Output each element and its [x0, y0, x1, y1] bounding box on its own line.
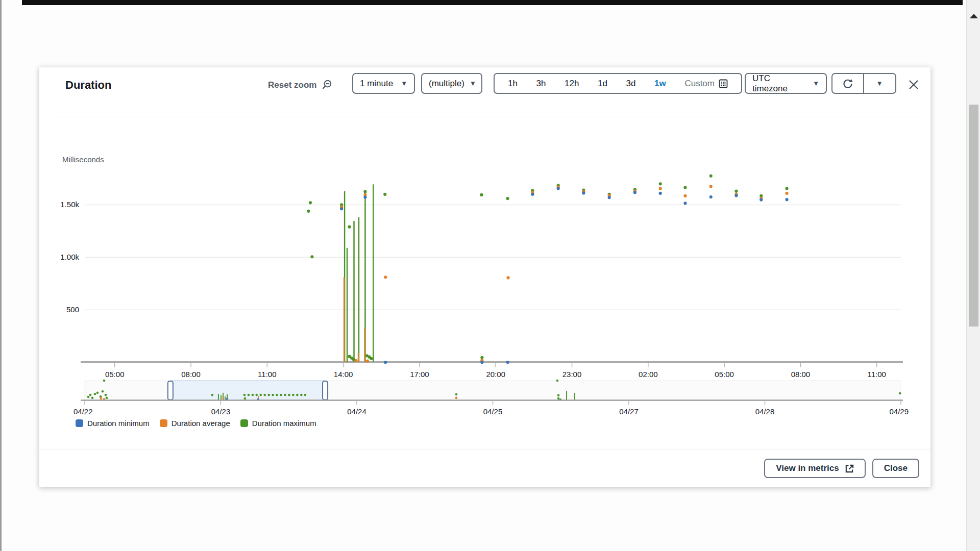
date-label: 04/22 — [74, 407, 93, 416]
modal-footer: View in metrics Close — [39, 449, 930, 487]
legend-item[interactable]: Duration maximum — [240, 419, 316, 428]
x-tick-label: 20:00 — [486, 370, 505, 379]
overview-dot — [280, 394, 282, 396]
window-left-edge — [0, 0, 2, 551]
brush-handle-left[interactable] — [168, 381, 173, 400]
y-tick-label: 1.00k — [60, 253, 79, 261]
close-button[interactable]: Close — [872, 459, 919, 478]
legend-label: Duration minimum — [87, 419, 150, 428]
data-point — [309, 201, 312, 204]
data-point — [340, 207, 343, 210]
data-point — [370, 357, 373, 360]
data-point — [506, 197, 509, 200]
date-label: 04/29 — [889, 407, 909, 416]
overview-dot — [276, 394, 278, 396]
x-tick-label: 08:00 — [181, 370, 201, 379]
screen: Duration Reset zoom 1 minute ▼ (multiple… — [0, 0, 980, 551]
overview-dot — [106, 397, 108, 399]
x-tick-label: 17:00 — [410, 370, 429, 379]
data-point — [480, 361, 483, 364]
overview-dot — [557, 394, 560, 397]
view-in-metrics-label: View in metrics — [776, 463, 839, 473]
overview-dot — [87, 396, 90, 398]
data-point — [480, 193, 483, 196]
x-tick-label: 02:00 — [639, 370, 658, 379]
x-tick-label: 05:00 — [715, 370, 734, 379]
data-point — [683, 194, 687, 197]
legend-swatch — [76, 419, 83, 427]
date-label: 04/24 — [347, 407, 366, 416]
data-point — [557, 187, 560, 190]
overview-dot — [100, 395, 102, 398]
overview-dot — [255, 394, 258, 396]
overview-dot — [304, 394, 307, 396]
data-point — [659, 192, 662, 195]
overview-dot — [263, 394, 266, 396]
data-point — [363, 190, 366, 193]
overview-dot — [103, 380, 106, 382]
brush-selection[interactable] — [170, 381, 325, 400]
brush-handle-right[interactable] — [323, 381, 328, 400]
date-label: 04/23 — [211, 407, 231, 416]
series-duration-maximum-points — [307, 174, 788, 361]
overview-dot — [455, 393, 458, 396]
overview-strip[interactable]: 04/2204/2304/2404/2504/2704/2804/29 — [74, 380, 909, 416]
data-point — [709, 195, 713, 198]
data-point — [531, 193, 534, 196]
data-point — [354, 359, 357, 362]
data-point — [582, 191, 585, 194]
chart-legend: Duration minimumDuration averageDuration… — [76, 419, 316, 428]
data-point — [709, 174, 713, 178]
legend-item[interactable]: Duration average — [160, 419, 230, 428]
data-point — [785, 198, 788, 201]
data-point — [709, 185, 713, 188]
y-tick-label: 1.50k — [60, 200, 79, 209]
data-point — [366, 359, 369, 362]
overview-dot — [211, 394, 214, 396]
legend-item[interactable]: Duration minimum — [76, 419, 150, 428]
date-label: 04/27 — [619, 407, 639, 416]
y-tick-label: 500 — [66, 305, 79, 314]
page-scrollbar[interactable] — [966, 0, 980, 551]
data-point — [683, 186, 687, 189]
x-tick-label: 14:00 — [334, 370, 353, 379]
data-point — [307, 210, 310, 213]
data-point — [507, 276, 510, 279]
legend-swatch — [160, 419, 167, 427]
series-duration-average-points — [340, 185, 789, 362]
overview-dot — [100, 397, 103, 400]
scroll-up-arrow-icon[interactable] — [970, 14, 978, 18]
data-point — [785, 192, 788, 195]
overview-dot — [899, 392, 901, 395]
data-point — [659, 187, 662, 190]
gridlines: 5001.00k1.50k — [60, 200, 901, 314]
data-point — [633, 191, 636, 194]
overview-dot — [455, 397, 458, 399]
overview-dot — [556, 380, 559, 382]
overview-dot — [91, 397, 94, 399]
overview-dot — [96, 392, 99, 394]
overview-dot — [288, 394, 290, 396]
scrollbar-thumb[interactable] — [969, 105, 978, 327]
duration-metric-modal: Duration Reset zoom 1 minute ▼ (multiple… — [39, 67, 931, 487]
overview-dot — [105, 394, 107, 396]
data-point — [348, 226, 351, 229]
overview-dot — [267, 394, 270, 396]
overview-dot — [272, 394, 274, 396]
data-point — [383, 193, 386, 196]
overview-dot — [248, 394, 250, 396]
series-duration-maximum-spikes — [345, 184, 373, 362]
overview-dot — [89, 394, 92, 396]
x-axis: 05:0008:0011:0014:0017:0020:0023:0002:00… — [81, 362, 903, 379]
series-duration-minimum-points — [340, 187, 789, 364]
data-point — [734, 190, 738, 193]
data-point — [480, 356, 483, 359]
view-in-metrics-button[interactable]: View in metrics — [764, 459, 865, 478]
overview-dot — [259, 394, 262, 396]
legend-label: Duration maximum — [252, 419, 316, 428]
data-point — [310, 255, 313, 258]
data-point — [659, 182, 662, 185]
data-point — [384, 276, 387, 279]
overview-dot — [557, 397, 560, 400]
overview-dot — [252, 394, 254, 396]
